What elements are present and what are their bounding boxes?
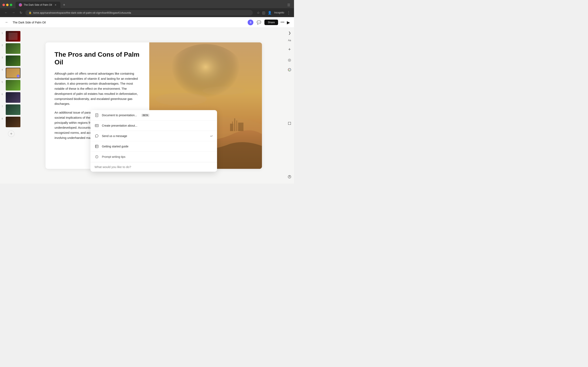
palette-icon[interactable] [287, 67, 292, 73]
refresh-button[interactable]: ↻ [18, 10, 24, 16]
add-slide-icon: + [8, 131, 15, 137]
document-title: The Dark Side of Palm Oil [13, 21, 244, 24]
browser-more-button[interactable]: ⋮ [287, 10, 291, 15]
menu-item-getting-started[interactable]: Getting started guide [90, 141, 217, 152]
slide-number-5: 5 [2, 81, 4, 83]
slide-thumbnail-1[interactable]: 1 [2, 31, 21, 42]
menu-label-send-message: Send us a message [102, 134, 127, 138]
slide-image-5 [6, 80, 20, 91]
browser-controls: ← → ↻ 🔒 tome.app/sarahsworkspace/the-dar… [0, 8, 294, 17]
bookmark-icon[interactable]: ☆ [257, 11, 260, 15]
window-controls [2, 4, 12, 6]
menu-label-prompt-tips: Prompt writing tips [102, 155, 125, 158]
slide-thumbnail-5[interactable]: 5 [2, 80, 21, 91]
menu-label-document-to-presentation: Document to presentation... [102, 114, 137, 117]
ssl-icon: 🔒 [29, 11, 32, 14]
font-size-button[interactable]: Aa [288, 39, 291, 42]
present-button[interactable]: ▶ [287, 20, 290, 25]
menu-input-area[interactable] [90, 162, 217, 172]
svg-rect-20 [95, 145, 98, 148]
more-options-button[interactable]: ••• [281, 20, 285, 25]
svg-point-30 [289, 70, 290, 71]
incognito-label: Incognito [274, 11, 284, 14]
slide-image-1 [6, 31, 20, 42]
browser-right-icons: ☆ ◫ 👤 Incognito ⋮ [257, 10, 291, 15]
svg-point-28 [289, 69, 289, 70]
tab-favicon-icon [19, 3, 22, 7]
slide-number-4: 4 [2, 68, 4, 71]
slide-sidebar: 1 2 3 4 S [0, 28, 22, 184]
slide-image-3 [6, 55, 20, 66]
app-header: ← The Dark Side of Palm Oil S 💬 Share ••… [0, 17, 294, 28]
help-icon[interactable] [287, 174, 292, 180]
add-element-button[interactable]: + [287, 46, 292, 53]
expand-icon[interactable] [287, 121, 292, 127]
new-tab-button[interactable]: + [61, 2, 67, 8]
slide-number-1: 1 [2, 32, 4, 34]
incognito-icon[interactable]: 👤 [268, 11, 272, 15]
browser-chrome: The Dark Side of Palm Oil × + ☰ ← → ↻ 🔒 … [0, 0, 294, 17]
active-tab[interactable]: The Dark Side of Palm Oil × [16, 2, 61, 8]
slide-number-7: 7 [2, 105, 4, 108]
tab-title: The Dark Side of Palm Oil [24, 3, 52, 6]
svg-point-33 [289, 177, 290, 178]
slide-number-2: 2 [2, 44, 4, 47]
slide-image-4: S [6, 68, 20, 78]
menu-label-create-presentation: Create presentation about... [102, 124, 138, 127]
slide-number-3: 3 [2, 56, 4, 59]
slides-icon [95, 123, 99, 128]
enter-icon: ↵ [210, 134, 213, 138]
tab-close-button[interactable]: × [54, 3, 57, 7]
maximize-window-button[interactable] [10, 4, 12, 6]
slide-number-6: 6 [2, 93, 4, 95]
svg-point-31 [289, 70, 289, 71]
minimize-window-button[interactable] [6, 4, 9, 6]
slide-image-2 [6, 43, 20, 54]
menu-badge-beta: BETA [141, 114, 149, 117]
slide-thumbnail-6[interactable]: 6 [2, 92, 21, 103]
address-bar[interactable]: 🔒 tome.app/sarahsworkspace/the-dark-side… [25, 10, 253, 16]
menu-item-prompt-tips[interactable]: Prompt writing tips [90, 152, 217, 162]
browser-extensions-icon[interactable]: ◫ [262, 11, 265, 15]
menu-item-send-message[interactable]: Send us a message ↵ [90, 131, 217, 141]
close-window-button[interactable] [2, 4, 5, 6]
user-avatar[interactable]: S [248, 20, 253, 25]
svg-point-29 [290, 69, 291, 70]
main-area: 1 2 3 4 S [0, 28, 294, 184]
ai-prompt-input[interactable] [95, 165, 213, 169]
back-button[interactable]: ← [4, 19, 9, 25]
slide-image-7 [6, 104, 20, 115]
target-icon[interactable]: ◎ [287, 57, 292, 63]
slide-thumbnail-2[interactable]: 2 [2, 43, 21, 54]
slide-thumbnail-3[interactable]: 3 [2, 55, 21, 66]
document-icon [95, 113, 99, 117]
chat-icon [95, 134, 99, 138]
book-icon [95, 144, 99, 149]
browser-menu-icon[interactable]: ☰ [286, 2, 292, 8]
url-text: tome.app/sarahsworkspace/the-dark-side-o… [33, 11, 131, 14]
comments-icon[interactable]: 💬 [256, 19, 262, 25]
tab-bar: The Dark Side of Palm Oil × + ☰ [0, 0, 294, 8]
slide-thumbnail-4[interactable]: 4 S [2, 68, 21, 78]
context-menu: Document to presentation... BETA Create … [90, 110, 217, 172]
back-button[interactable]: ← [3, 10, 9, 16]
slide-image-6 [6, 92, 20, 103]
menu-item-create-presentation[interactable]: Create presentation about... [90, 120, 217, 131]
menu-item-document-to-presentation[interactable]: Document to presentation... BETA [90, 110, 217, 120]
forward-button[interactable]: → [11, 10, 16, 16]
chevron-down-icon[interactable]: ❯ [288, 31, 291, 35]
slide-image-8 [6, 117, 20, 127]
svg-rect-16 [96, 125, 97, 126]
slide-number-8: 8 [2, 117, 4, 120]
svg-point-10 [202, 86, 245, 95]
slide-badge-4: S [17, 75, 20, 77]
slide-thumbnail-7[interactable]: 7 [2, 104, 21, 115]
svg-point-27 [288, 68, 291, 71]
right-toolbar: ❯ Aa + ◎ [285, 28, 294, 184]
add-slide-button[interactable]: + [2, 131, 21, 137]
slide-display-area: The Pros and Cons of Palm Oil Although p… [22, 28, 285, 184]
slide-paragraph-1: Although palm oil offers several advanta… [54, 71, 140, 106]
share-button[interactable]: Share [264, 20, 278, 25]
pen-icon [95, 155, 99, 159]
slide-thumbnail-8[interactable]: 8 [2, 117, 21, 127]
